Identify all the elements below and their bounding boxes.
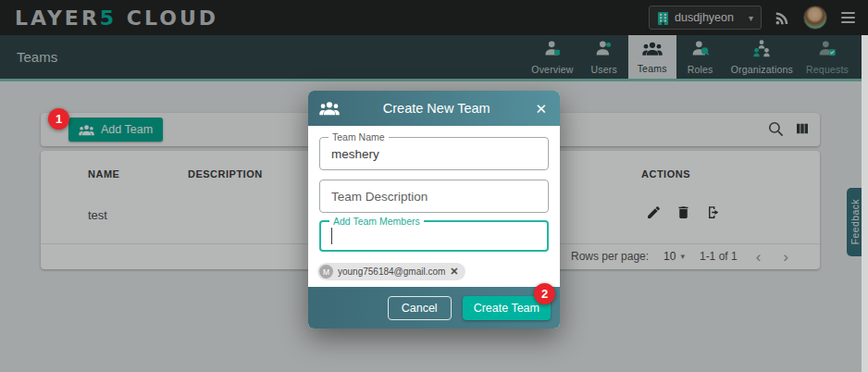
modal-body: Team Name meshery Team Description Add T… bbox=[308, 126, 560, 287]
modal-title: Create New Team bbox=[340, 101, 533, 116]
cancel-button[interactable]: Cancel bbox=[388, 296, 452, 320]
team-description-input[interactable]: Team Description bbox=[319, 180, 549, 213]
team-name-value: meshery bbox=[331, 147, 379, 161]
create-team-modal: Create New Team ✕ Team Name meshery Team… bbox=[308, 91, 560, 329]
team-description-placeholder: Team Description bbox=[331, 190, 428, 204]
modal-footer: Cancel Create Team bbox=[308, 287, 560, 329]
add-team-members-label: Add Team Members bbox=[329, 216, 424, 227]
member-chip: M young756184@gmail.com ✕ bbox=[317, 263, 465, 280]
member-chip-remove-icon[interactable]: ✕ bbox=[450, 266, 458, 278]
member-chip-email: young756184@gmail.com bbox=[338, 267, 445, 277]
group-add-icon bbox=[319, 101, 340, 116]
team-name-label: Team Name bbox=[329, 131, 389, 143]
text-cursor bbox=[331, 228, 332, 244]
layer5-cloud-app: LAYER5 CLOUD dusdjhyeon ▾ Teams Overview bbox=[0, 0, 868, 372]
modal-header: Create New Team ✕ bbox=[308, 91, 560, 126]
page-scrollbar[interactable] bbox=[862, 35, 868, 372]
member-chip-avatar: M bbox=[319, 265, 333, 279]
close-icon[interactable]: ✕ bbox=[533, 100, 549, 118]
team-name-input[interactable]: Team Name meshery bbox=[319, 137, 549, 170]
step-annotation-1: 1 bbox=[48, 108, 69, 130]
step-annotation-2: 2 bbox=[534, 283, 555, 304]
add-team-members-input[interactable]: Add Team Members bbox=[319, 220, 549, 252]
